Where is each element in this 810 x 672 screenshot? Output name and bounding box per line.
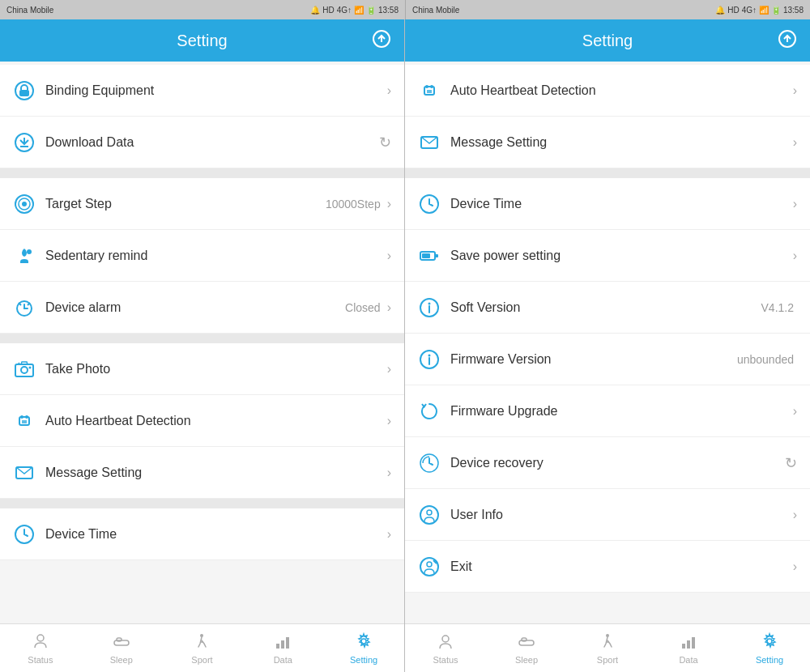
softver-icon [418,296,441,319]
arrow-icon: › [387,362,391,376]
item-label: Download Data [45,135,379,150]
list-item[interactable]: Target Step 10000Step › [0,178,404,230]
section-divider [0,334,404,343]
status-nav-label: Status [28,655,53,665]
item-label: Device recovery [450,456,785,470]
sport-nav-label-r: Sport [597,655,618,665]
item-value: 10000Step [326,198,381,211]
list-item[interactable]: Message Setting › [405,117,810,168]
heartbeat2-icon [418,79,441,102]
svg-rect-26 [276,644,279,649]
list-item[interactable]: Firmware Version unbounded [405,334,810,385]
item-label: Soft Version [450,300,761,315]
exit-icon [418,555,441,578]
left-header-title: Setting [177,32,227,50]
item-label: Save power setting [450,249,793,263]
nav-item-data-r[interactable]: Data [648,624,729,672]
arrow-icon: › [793,508,797,522]
carrier-right: China Mobile [412,6,459,15]
list-item[interactable]: Auto Heartbeat Detection › [0,395,404,447]
list-item[interactable]: Device recovery ↻ [405,437,810,489]
svg-point-47 [428,354,431,356]
setting-nav-icon-r [761,632,778,653]
list-item[interactable]: Save power setting › [405,230,810,282]
nav-item-sport[interactable]: Sport [162,624,243,672]
svg-point-33 [425,85,428,88]
right-panel: Setting [405,19,810,672]
item-label: Device Time [45,527,387,542]
status-icons-right: 🔔HD4G↑📶🔋 13:58 [715,6,804,15]
arrow-icon: › [793,135,797,150]
list-item[interactable]: Soft Version V4.1.2 [405,282,810,334]
left-panel: Setting [0,19,405,672]
refresh-icon: ↻ [785,454,797,472]
nav-item-data[interactable]: Data [242,624,323,672]
recovery-icon [418,452,441,474]
target-icon [13,193,36,215]
carrier-left: China Mobile [6,6,53,15]
sleep-nav-label: Sleep [110,655,133,665]
download-icon [13,131,36,154]
list-item[interactable]: Device alarm Closed › [0,282,404,334]
arrow-icon: › [387,466,391,480]
svg-point-17 [25,415,28,419]
heartbeat-icon [13,410,36,432]
nav-item-sleep[interactable]: Sleep [81,624,162,672]
sleep-nav-label-r: Sleep [515,655,538,665]
list-item[interactable]: Device Time › [405,178,810,230]
svg-rect-24 [117,638,122,641]
bottom-nav-right: Status Sleep [405,623,810,672]
list-item[interactable]: Take Photo › [0,343,404,395]
arrow-icon: › [387,300,391,315]
nav-item-sleep-r[interactable]: Sleep [486,624,567,672]
left-scroll: Binding Equipment › Download Data [0,62,404,623]
arrow-icon: › [387,197,391,211]
list-item[interactable]: Message Setting › [0,447,404,499]
message-icon [13,461,36,484]
right-header-title: Setting [582,32,633,50]
nav-item-setting-r[interactable]: Setting [729,624,810,672]
status-nav-label-r: Status [433,655,458,665]
svg-rect-60 [692,637,695,649]
list-item[interactable]: Sedentary remind › [0,230,404,282]
status-nav-icon-r [437,632,454,653]
setting-nav-label: Setting [350,655,377,665]
svg-point-13 [21,367,28,373]
list-item[interactable]: Device Time › [0,508,404,560]
nav-item-status[interactable]: Status [0,624,81,672]
data-nav-icon [274,632,292,653]
list-item[interactable]: Auto Heartbeat Detection › [405,65,810,117]
svg-point-22 [37,635,44,641]
nav-item-status-r[interactable]: Status [405,624,486,672]
arrow-icon: › [793,249,797,263]
left-header: Setting [0,19,404,62]
svg-rect-41 [422,253,430,258]
item-value: Closed [345,301,381,314]
sleep-nav-icon-r [518,632,535,653]
data-nav-label: Data [274,655,292,665]
clock-icon [13,523,36,546]
list-item[interactable]: Firmware Upgrade › [405,385,810,437]
item-label: Target Step [45,197,326,211]
list-item[interactable]: Binding Equipment › [0,65,404,117]
list-item[interactable]: Download Data ↻ [0,117,404,168]
list-item[interactable]: User Info › [405,489,810,541]
item-label: Device alarm [45,300,345,315]
item-label: Sedentary remind [45,249,387,263]
right-upload-icon[interactable] [778,29,797,53]
svg-point-44 [428,302,431,304]
list-item[interactable]: Exit › [405,541,810,593]
sleep-nav-icon [113,632,130,653]
nav-item-sport-r[interactable]: Sport [567,624,648,672]
data-nav-label-r: Data [679,655,697,665]
svg-rect-56 [522,638,526,641]
firmupgrade-icon [418,400,441,423]
item-label: Firmware Version [450,352,737,367]
svg-rect-28 [286,637,289,649]
arrow-icon: › [793,404,797,419]
sport-nav-icon [193,632,211,653]
left-upload-icon[interactable] [372,29,391,53]
svg-rect-59 [687,640,690,649]
nav-item-setting[interactable]: Setting [323,624,404,672]
userinfo-icon [418,504,441,526]
